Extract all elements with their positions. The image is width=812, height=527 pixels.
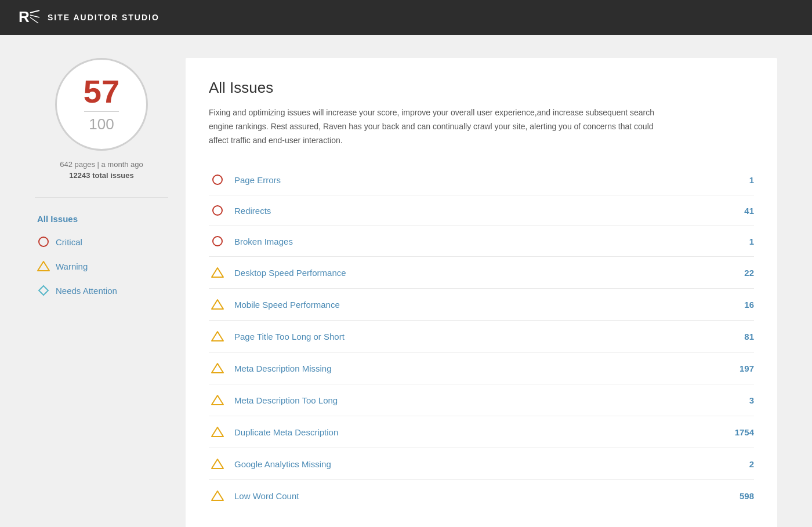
issue-row-page-errors[interactable]: Page Errors 1: [209, 165, 754, 195]
total-issues: 12243 total issues: [35, 171, 168, 180]
warning-icon: [37, 260, 50, 272]
svg-line-2: [30, 15, 39, 17]
triangle-yellow-icon: [209, 394, 226, 406]
svg-marker-16: [212, 459, 223, 468]
app-title: SITE AUDITOR STUDIO: [48, 13, 160, 22]
issue-row-desktop-speed[interactable]: Desktop Speed Performance 22: [209, 257, 754, 289]
issue-count: 41: [725, 206, 754, 216]
svg-marker-10: [212, 268, 223, 277]
score-circle-container: 57 100: [35, 58, 168, 151]
sidebar-item-warning[interactable]: Warning: [35, 255, 168, 277]
triangle-yellow-icon: [209, 266, 226, 279]
svg-marker-12: [212, 332, 223, 341]
issue-row-mobile-speed[interactable]: Mobile Speed Performance 16: [209, 289, 754, 321]
content-description: Fixing and optimizing issues will increa…: [209, 106, 661, 147]
circle-red-icon: [209, 235, 226, 247]
score-circle: 57 100: [55, 58, 148, 151]
score-total: 100: [89, 115, 114, 133]
svg-point-7: [213, 175, 222, 184]
issue-name: Mobile Speed Performance: [234, 300, 725, 310]
issue-name: Meta Description Missing: [234, 364, 725, 373]
issue-count: 197: [725, 364, 754, 373]
raven-logo-icon: R: [17, 6, 41, 29]
sidebar-divider: [35, 197, 168, 198]
issue-name: Desktop Speed Performance: [234, 268, 725, 278]
svg-marker-17: [212, 491, 223, 500]
sidebar-item-needs-attention[interactable]: Needs Attention: [35, 279, 168, 301]
issue-count: 598: [725, 491, 754, 501]
issue-name: Meta Description Too Long: [234, 395, 725, 405]
logo: R SITE AUDITOR STUDIO: [17, 6, 160, 29]
sidebar-item-label: Warning: [56, 261, 88, 271]
issue-name: Page Errors: [234, 175, 725, 185]
issue-count: 16: [725, 300, 754, 310]
issue-count: 1754: [725, 427, 754, 437]
issue-row-page-title[interactable]: Page Title Too Long or Short 81: [209, 321, 754, 352]
triangle-yellow-icon: [209, 489, 226, 502]
triangle-yellow-icon: [209, 298, 226, 311]
issues-list: Page Errors 1 Redirects 41: [209, 165, 754, 511]
issue-row-meta-desc-missing[interactable]: Meta Description Missing 197: [209, 352, 754, 384]
app-header: R SITE AUDITOR STUDIO: [0, 0, 812, 35]
issue-name: Redirects: [234, 206, 725, 216]
issue-row-redirects[interactable]: Redirects 41: [209, 195, 754, 226]
sidebar-item-label: Critical: [56, 237, 82, 247]
circle-red-icon: [209, 174, 226, 186]
issue-row-low-word-count[interactable]: Low Word Count 598: [209, 480, 754, 511]
issue-name: Duplicate Meta Description: [234, 427, 725, 437]
svg-text:R: R: [19, 8, 30, 26]
content-area: All Issues Fixing and optimizing issues …: [186, 58, 777, 527]
sidebar-item-label: All Issues: [37, 214, 78, 224]
svg-point-8: [213, 206, 222, 215]
critical-icon: [37, 235, 50, 248]
sidebar-item-all-issues[interactable]: All Issues: [35, 209, 168, 228]
svg-marker-11: [212, 300, 223, 309]
svg-line-1: [30, 10, 39, 13]
issue-row-meta-desc-long[interactable]: Meta Description Too Long 3: [209, 384, 754, 416]
page-title: All Issues: [209, 79, 754, 97]
issue-name: Page Title Too Long or Short: [234, 332, 725, 341]
score-divider: [84, 111, 119, 112]
issue-count: 3: [725, 395, 754, 405]
issue-name: Google Analytics Missing: [234, 459, 725, 469]
sidebar: 57 100 642 pages | a month ago 12243 tot…: [35, 58, 186, 527]
issue-count: 81: [725, 332, 754, 341]
circle-red-icon: [209, 205, 226, 216]
sidebar-item-label: Needs Attention: [56, 286, 117, 296]
svg-marker-13: [212, 364, 223, 373]
issue-name: Broken Images: [234, 237, 725, 246]
issue-name: Low Word Count: [234, 491, 725, 501]
needs-attention-icon: [37, 284, 50, 297]
issue-count: 1: [725, 237, 754, 246]
total-issues-label: total issues: [92, 171, 134, 180]
svg-point-4: [39, 237, 48, 246]
issue-count: 22: [725, 268, 754, 278]
svg-marker-6: [39, 286, 48, 295]
svg-marker-5: [38, 261, 49, 271]
triangle-yellow-icon: [209, 330, 226, 343]
score-current: 57: [84, 75, 119, 108]
total-issues-count: 12243: [69, 171, 90, 180]
issue-row-google-analytics[interactable]: Google Analytics Missing 2: [209, 448, 754, 480]
svg-line-3: [30, 17, 38, 23]
pages-info: 642 pages | a month ago: [35, 160, 168, 169]
triangle-yellow-icon: [209, 362, 226, 375]
svg-point-9: [213, 237, 222, 246]
triangle-yellow-icon: [209, 457, 226, 470]
sidebar-nav: All Issues Critical Warning: [35, 209, 168, 301]
issue-count: 2: [725, 459, 754, 469]
sidebar-item-critical[interactable]: Critical: [35, 231, 168, 253]
issue-count: 1: [725, 175, 754, 185]
issue-row-duplicate-meta[interactable]: Duplicate Meta Description 1754: [209, 416, 754, 448]
triangle-yellow-icon: [209, 426, 226, 438]
svg-marker-14: [212, 395, 223, 405]
main-container: 57 100 642 pages | a month ago 12243 tot…: [0, 35, 812, 527]
issue-row-broken-images[interactable]: Broken Images 1: [209, 226, 754, 257]
svg-marker-15: [212, 427, 223, 437]
